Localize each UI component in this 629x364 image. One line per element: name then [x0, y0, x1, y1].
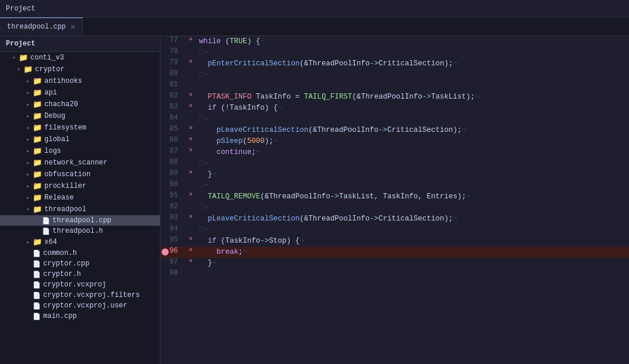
folder-icon: 📁: [33, 146, 42, 156]
code-line-79: 79 » pEnterCriticalSection(&ThreadPoolIn…: [160, 58, 629, 69]
code-line-86: 86 » pSleep(5000);¬: [160, 136, 629, 147]
sidebar-item-obfuscation[interactable]: 📁 obfuscation: [0, 169, 160, 180]
folder-icon: 📁: [33, 170, 42, 179]
sidebar-item-cryptor[interactable]: 📁 cryptor: [0, 64, 160, 75]
sidebar-item-global[interactable]: 📁 global: [0, 134, 160, 145]
sidebar[interactable]: Project 📁 conti_v3 📁 cryptor 📁 antihooks…: [0, 36, 160, 364]
line-content: continue;¬: [197, 147, 629, 158]
line-number: 87: [160, 147, 185, 155]
sidebar-item-conti_v3[interactable]: 📁 conti_v3: [0, 52, 160, 64]
sidebar-item-network_scanner[interactable]: 📁 network_scanner: [0, 157, 160, 169]
folder-icon: 📁: [33, 237, 42, 247]
folder-icon: 📁: [33, 193, 42, 202]
sidebar-item-label: conti_v3: [30, 54, 64, 62]
code-line-77: 77 » while (TRUE) {¬: [160, 36, 629, 47]
sidebar-item-label: cryptor.h: [43, 270, 81, 278]
folder-icon: 📁: [33, 135, 42, 144]
line-content: PTASK_INFO TaskInfo = TAILQ_FIRST(&Threa…: [197, 92, 629, 103]
sidebar-item-prockiller[interactable]: 📁 prockiller: [0, 180, 160, 192]
chevron-icon: [23, 239, 33, 246]
chevron-icon: [23, 194, 33, 201]
line-arrow: »: [185, 136, 197, 142]
sidebar-item-cryptor-vcxproj[interactable]: 📄 cryptor.vcxproj: [0, 279, 160, 290]
line-number: 85: [160, 125, 185, 133]
code-line-98: 98: [160, 269, 629, 280]
chevron-icon: [23, 89, 33, 96]
file-icon: 📄: [42, 228, 50, 235]
line-content: □¬: [197, 69, 629, 80]
line-number: 79: [160, 58, 185, 66]
line-content: break;¬: [197, 247, 629, 258]
code-editor[interactable]: 77 » while (TRUE) {¬ 78 □¬ 79 » pEnterCr…: [160, 36, 629, 364]
line-number: 97: [160, 258, 185, 266]
line-arrow: »: [185, 103, 197, 109]
sidebar-item-cryptor-cpp[interactable]: 📄 cryptor.cpp: [0, 258, 160, 269]
chevron-icon: [23, 113, 33, 120]
sidebar-item-cryptor-vcxproj-user[interactable]: 📄 cryptor.vcxproj.user: [0, 300, 160, 311]
line-number: 89: [160, 169, 185, 177]
line-content: while (TRUE) {¬: [197, 36, 629, 47]
sidebar-item-logs[interactable]: 📁 logs: [0, 145, 160, 157]
line-arrow: »: [185, 125, 197, 131]
line-content: □¬: [197, 114, 629, 125]
sidebar-item-main-cpp[interactable]: 📄 main.cpp: [0, 311, 160, 321]
code-area: 77 » while (TRUE) {¬ 78 □¬ 79 » pEnterCr…: [160, 36, 629, 280]
chevron-icon: [23, 78, 33, 85]
folder-icon: 📁: [33, 111, 42, 121]
line-content: □¬: [197, 180, 629, 191]
sidebar-item-antihooks[interactable]: 📁 antihooks: [0, 75, 160, 87]
sidebar-item-Debug[interactable]: 📁 Debug: [0, 110, 160, 122]
code-line-78: 78 □¬: [160, 47, 629, 58]
code-line-95: 95 » if (TaskInfo->Stop) {¬: [160, 236, 629, 247]
line-number: 94: [160, 225, 185, 233]
sidebar-item-filesystem[interactable]: 📁 filesystem: [0, 122, 160, 134]
line-content: }¬: [197, 169, 629, 180]
folder-icon: 📁: [33, 123, 42, 132]
code-line-81: 81: [160, 80, 629, 92]
sidebar-item-label: api: [44, 89, 57, 97]
line-content: □¬: [197, 202, 629, 214]
sidebar-item-threadpool-h[interactable]: 📄 threadpool.h: [0, 226, 160, 236]
sidebar-item-Release[interactable]: 📁 Release: [0, 192, 160, 204]
code-line-80: 80 □¬: [160, 69, 629, 80]
sidebar-item-threadpool[interactable]: 📁 threadpool: [0, 204, 160, 215]
sidebar-item-label: chacha20: [44, 100, 78, 108]
folder-icon: 📁: [33, 205, 42, 214]
title-bar-text: Project: [6, 5, 35, 13]
line-arrow: »: [185, 36, 197, 43]
chevron-icon: [23, 183, 33, 190]
sidebar-item-label: Release: [44, 194, 74, 202]
sidebar-item-x64[interactable]: 📁 x64: [0, 236, 160, 248]
line-content: if (TaskInfo->Stop) {¬: [197, 236, 629, 247]
code-line-90: 90 □¬: [160, 180, 629, 191]
line-number: 78: [160, 47, 185, 55]
sidebar-item-label: cryptor.vcxproj: [43, 281, 106, 289]
sidebar-item-threadpool-cpp[interactable]: 📄 threadpool.cpp: [0, 215, 160, 226]
line-number: 98: [160, 269, 185, 277]
line-number: 91: [160, 191, 185, 200]
line-arrow: »: [185, 191, 197, 198]
file-icon: 📄: [33, 313, 41, 320]
sidebar-item-common-h[interactable]: 📄 common.h: [0, 248, 160, 258]
tab-threadpool-cpp[interactable]: threadpool.cpp ✕: [0, 18, 83, 36]
line-arrow: »: [185, 169, 197, 176]
line-content: if (!TaskInfo) {¬: [197, 103, 629, 114]
sidebar-item-label: cryptor.vcxproj.filters: [43, 291, 140, 299]
line-number: 93: [160, 214, 185, 222]
title-bar: Project: [0, 0, 629, 18]
tab-bar: threadpool.cpp ✕: [0, 18, 629, 36]
line-number: 84: [160, 114, 185, 122]
sidebar-item-cryptor-vcxproj-filters[interactable]: 📄 cryptor.vcxproj.filters: [0, 290, 160, 300]
sidebar-item-label: global: [44, 135, 69, 144]
sidebar-item-cryptor-h[interactable]: 📄 cryptor.h: [0, 269, 160, 279]
sidebar-item-api[interactable]: 📁 api: [0, 87, 160, 99]
line-content: pLeaveCriticalSection(&ThreadPoolInfo->C…: [197, 214, 629, 225]
folder-icon: 📁: [33, 100, 42, 109]
tab-close-button[interactable]: ✕: [71, 23, 75, 31]
chevron-icon: [9, 54, 19, 61]
sidebar-item-chacha20[interactable]: 📁 chacha20: [0, 99, 160, 110]
folder-icon: 📁: [23, 65, 33, 74]
line-number: 86: [160, 136, 185, 144]
sidebar-item-label: threadpool.cpp: [53, 216, 111, 225]
folder-icon: 📁: [33, 181, 42, 191]
